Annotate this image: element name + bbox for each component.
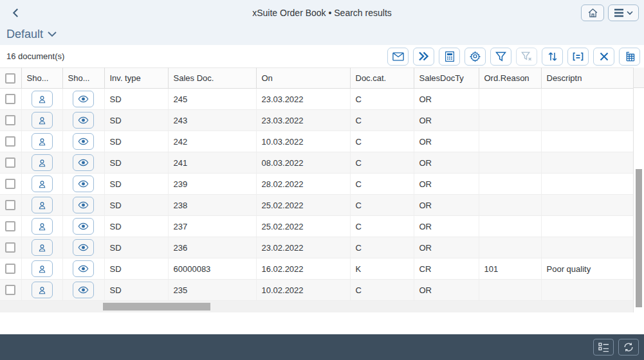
cell-inv-type: SD [104, 216, 168, 237]
cell-sales-doc: 237 [168, 216, 256, 237]
cell-inv-type: SD [104, 174, 168, 195]
cell-ord-reason [479, 152, 541, 174]
row-show-user-cell [21, 237, 62, 258]
cell-inv-type: SD [104, 131, 168, 152]
column-header-on[interactable]: On [256, 68, 350, 89]
display-options-button[interactable] [567, 48, 589, 66]
sort-button[interactable] [542, 48, 563, 66]
table-row[interactable]: SD 60000083 16.02.2022 K CR 101 Poor qua… [0, 258, 633, 280]
table-row[interactable]: SD 237 25.02.2022 C OR [0, 216, 633, 237]
preview-button[interactable] [73, 218, 94, 235]
cell-descriptn [541, 237, 633, 258]
cell-ord-reason [479, 237, 541, 258]
cell-on: 23.02.2022 [256, 237, 350, 258]
email-button[interactable] [387, 48, 409, 66]
row-checkbox[interactable] [5, 221, 15, 231]
preview-button[interactable] [73, 282, 94, 298]
show-user-button[interactable] [32, 176, 53, 192]
table-row[interactable]: SD 239 28.02.2022 C OR [0, 174, 633, 195]
show-user-button[interactable] [32, 154, 53, 171]
table-row[interactable]: SD 243 23.03.2022 C OR [0, 110, 633, 131]
preview-button[interactable] [73, 197, 94, 213]
table-row[interactable]: SD 238 25.02.2022 C OR [0, 195, 633, 216]
table-row[interactable]: SD 242 10.03.2022 C OR [0, 131, 633, 152]
column-header-show-doc[interactable]: Sho... [62, 68, 104, 89]
export-button[interactable] [619, 48, 640, 66]
preview-button[interactable] [73, 133, 94, 150]
row-checkbox[interactable] [5, 115, 15, 125]
show-user-button[interactable] [32, 133, 53, 150]
cell-sales-doc: 60000083 [168, 258, 256, 280]
cell-sales-doc: 238 [168, 195, 256, 216]
cell-ord-reason [479, 131, 541, 152]
horizontal-scrollbar[interactable] [0, 301, 633, 312]
cell-on: 28.02.2022 [256, 174, 350, 195]
column-header-show-user[interactable]: Sho... [21, 68, 62, 89]
home-button[interactable] [581, 4, 604, 21]
column-header-descriptn[interactable]: Descriptn [541, 68, 633, 89]
cell-doc-cat: C [350, 237, 414, 258]
show-user-button[interactable] [32, 218, 53, 235]
details-button[interactable] [593, 339, 614, 356]
column-header-ord-reason[interactable]: Ord.Reason [479, 68, 541, 89]
column-header-inv-type[interactable]: Inv. type [104, 68, 168, 89]
show-user-button[interactable] [32, 91, 53, 107]
row-checkbox[interactable] [5, 158, 15, 168]
table-row[interactable]: SD 241 08.03.2022 C OR [0, 152, 633, 174]
person-icon [37, 201, 47, 210]
cell-sales-doc: 241 [168, 152, 256, 174]
variant-selector[interactable]: Default [0, 26, 644, 45]
row-checkbox[interactable] [5, 264, 15, 274]
preview-button[interactable] [73, 260, 94, 277]
variant-label[interactable]: Default [6, 28, 43, 41]
table-row[interactable]: SD 236 23.02.2022 C OR [0, 237, 633, 258]
forward-button[interactable] [413, 48, 434, 66]
close-button[interactable] [593, 48, 614, 66]
show-user-button[interactable] [32, 282, 53, 298]
preview-button[interactable] [73, 176, 94, 192]
back-button[interactable] [5, 4, 27, 22]
select-all-checkbox[interactable] [5, 73, 15, 84]
eye-icon [78, 244, 89, 251]
column-header-doc-cat[interactable]: Doc.cat. [350, 68, 414, 89]
preview-button[interactable] [73, 239, 94, 256]
hamburger-icon [614, 8, 624, 17]
show-user-button[interactable] [32, 239, 53, 256]
cell-ord-reason [479, 216, 541, 237]
eye-icon [78, 116, 89, 124]
table-row[interactable]: SD 245 23.03.2022 C OR [0, 89, 633, 110]
show-user-button[interactable] [32, 260, 53, 277]
horizontal-scrollbar-thumb[interactable] [103, 303, 210, 310]
show-user-button[interactable] [32, 112, 53, 129]
preview-button[interactable] [73, 112, 94, 129]
cell-inv-type: SD [104, 152, 168, 174]
cell-doc-cat: C [350, 131, 414, 152]
eye-icon [78, 95, 89, 103]
shell-actions [581, 4, 639, 21]
calculator-button[interactable] [439, 48, 460, 66]
row-checkbox[interactable] [5, 94, 15, 104]
chevron-down-icon[interactable] [48, 31, 57, 37]
column-header-sales-doc[interactable]: Sales Doc. [168, 68, 256, 89]
refresh-button[interactable] [618, 339, 639, 356]
filter-button[interactable] [490, 48, 511, 66]
vertical-scrollbar-thumb[interactable] [636, 169, 642, 307]
row-checkbox[interactable] [5, 136, 15, 147]
cell-ord-reason [479, 89, 541, 110]
row-show-doc-cell [62, 237, 104, 258]
row-checkbox[interactable] [5, 179, 15, 189]
preview-button[interactable] [73, 91, 94, 107]
row-checkbox[interactable] [5, 242, 15, 253]
cell-ord-reason [479, 110, 541, 131]
column-header-salesdocty[interactable]: SalesDocTy [414, 68, 479, 89]
preview-button[interactable] [73, 154, 94, 171]
row-select-cell [0, 195, 21, 216]
table-row[interactable]: SD 235 10.02.2022 C OR [0, 280, 633, 301]
menu-button[interactable] [608, 4, 639, 21]
row-checkbox[interactable] [5, 285, 15, 295]
row-checkbox[interactable] [5, 200, 15, 210]
show-user-button[interactable] [32, 197, 53, 213]
person-icon [37, 264, 47, 274]
settings-button[interactable] [465, 48, 486, 66]
cell-descriptn [541, 195, 633, 216]
